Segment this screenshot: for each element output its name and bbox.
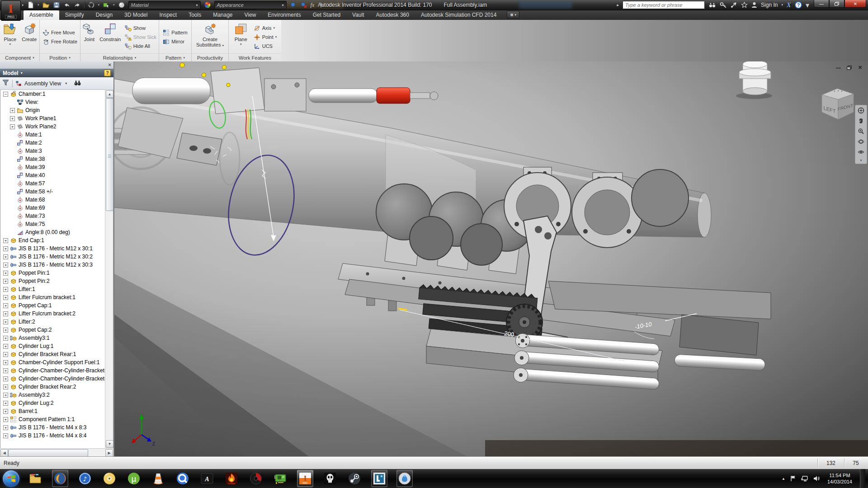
tray-expand-icon[interactable]: ▲ [782,477,785,481]
taskbar-vlc-icon[interactable] [151,470,166,487]
expand-toggle-icon[interactable]: + [3,360,8,365]
tree-item[interactable]: +JIS B 1176 - Metric M12 x 30:3 [0,261,105,269]
joint-button[interactable]: Joint [81,21,98,53]
expand-toggle-icon[interactable]: + [3,401,8,406]
show-sick-button[interactable]: Show Sick [123,33,158,42]
horizontal-scrollbar-thumb[interactable] [8,449,88,457]
tree-item[interactable]: Mate:40 [0,171,105,179]
sign-in-button[interactable]: Sign In [761,2,778,8]
action-center-flag-icon[interactable] [790,475,796,482]
taskbar-firefox-icon[interactable] [52,470,68,487]
tree-item[interactable]: +Lifter:2 [0,318,105,326]
search-binoculars-icon[interactable] [708,2,716,8]
create-button[interactable]: Create [20,21,39,53]
expand-toggle-icon[interactable]: + [3,385,8,389]
expand-toggle-icon[interactable]: + [3,344,8,349]
tree-item[interactable]: +Assembly3:2 [0,391,105,399]
sign-in-dropdown[interactable]: ▾ [781,3,783,7]
filter-icon[interactable] [2,80,9,88]
parameters-fx-icon[interactable]: fx [311,2,315,9]
appearance-wheel-icon[interactable] [204,1,211,9]
tree-horizontal-scrollbar[interactable]: ◀ ▶ [0,448,113,456]
tree-vertical-scrollbar[interactable]: ▲ ▼ [105,90,113,448]
subscription-key-icon[interactable] [720,2,727,8]
expand-toggle-icon[interactable]: + [3,409,8,414]
new-file-dropdown[interactable]: ▾ [38,3,39,7]
axis-dropdown[interactable]: ▾ [273,26,275,30]
update-dropdown[interactable]: ▾ [98,3,100,7]
tree-item[interactable]: +Component Pattern 1:1 [0,415,105,423]
browser-find-icon[interactable] [74,80,81,88]
tree-item[interactable]: +Origin [0,106,105,114]
tree-item[interactable]: +JIS B 1176 - Metric M12 x 30:2 [0,253,105,261]
navbar-options-dropdown[interactable]: ▾ [860,159,862,162]
pattern-button[interactable]: Pattern [161,28,189,37]
panel-label-component[interactable]: Component▾ [0,53,39,61]
tree-item[interactable]: +Cylinder-Chamber-Cylinder-Bracket-Fu [0,375,105,383]
appearance-combo[interactable]: Appearance▾ [214,1,287,9]
tree-item[interactable]: +Poppet Pin:2 [0,277,105,285]
expand-toggle-icon[interactable]: + [10,108,15,113]
tree-item[interactable]: +Poppet Cap:2 [0,326,105,334]
help-icon[interactable]: ? [795,1,802,9]
taskbar-ghosts-icon[interactable] [322,470,338,487]
browser-header-dropdown[interactable]: ▾ [21,71,23,75]
taskbar-explorer-icon[interactable] [28,470,43,487]
redo-icon[interactable] [74,1,81,9]
tree-item[interactable]: +JIS B 1176 - Metric M4 x 8:3 [0,423,105,432]
orbit-icon[interactable] [857,138,865,145]
tree-item[interactable]: +Poppet Pin:1 [0,269,105,277]
application-menu-arrow[interactable]: ▾ [22,3,24,7]
tree-item[interactable]: Mate:75 [0,220,105,228]
browser-header[interactable]: Model▾ ? [0,69,113,77]
scroll-right-arrow[interactable]: ▶ [105,449,113,457]
expand-toggle-icon[interactable]: + [3,311,8,316]
constrain-button[interactable]: Constrain [99,21,122,53]
tab-design[interactable]: Design [90,10,118,20]
search-expand-arrow[interactable]: ▸ [617,3,619,7]
tree-item[interactable]: Mate:2 [0,139,105,147]
expand-toggle-icon[interactable]: + [10,116,15,121]
tree-item[interactable]: Mate:3 [0,147,105,155]
tab-manage[interactable]: Manage [207,10,238,20]
expand-toggle-icon[interactable]: + [3,352,8,357]
start-button[interactable] [3,470,19,487]
plane-dropdown-arrow[interactable]: ▾ [240,42,242,46]
expand-toggle-icon[interactable]: + [3,238,8,243]
expand-toggle-icon[interactable]: + [3,246,8,251]
network-icon[interactable] [801,475,808,482]
expand-toggle-icon[interactable]: + [10,124,15,129]
tree-item[interactable]: Angle:8 (0.00 deg) [0,228,105,236]
browser-help-icon[interactable]: ? [104,70,111,76]
place-dropdown-arrow[interactable]: ▾ [9,42,11,46]
select-icon[interactable] [103,1,110,9]
axis-button[interactable]: Axis▾ [252,24,279,33]
show-desktop-button[interactable] [860,469,865,488]
free-rotate-button[interactable]: Free Rotate [41,38,79,46]
point-dropdown[interactable]: ▾ [275,35,277,39]
update-icon[interactable] [88,1,95,9]
minimize-button[interactable]: — [814,0,829,8]
assembly-view-selector[interactable]: Assembly View ▾ [16,80,67,87]
material-combo[interactable]: Material▾ [128,1,201,9]
expand-toggle-icon[interactable]: + [3,393,8,398]
cylinder-drum-front[interactable] [461,224,502,265]
close-button[interactable]: ✕ [844,0,866,8]
tab-assemble[interactable]: Assemble [24,10,59,20]
expand-toggle-icon[interactable]: − [3,92,8,97]
red-piston[interactable] [377,88,410,103]
tree-item[interactable]: +Work Plane1 [0,114,105,122]
expand-toggle-icon[interactable]: + [3,271,8,276]
expand-toggle-icon[interactable]: + [3,287,8,292]
tree-item[interactable]: +Cylinder Bracket Rear:1 [0,350,105,358]
tree-item[interactable]: +Barrel:1 [0,407,105,415]
navigation-wheel-icon[interactable] [857,107,865,114]
assembly-view-dropdown[interactable]: ▾ [65,81,67,85]
tab-simplify[interactable]: Simplify [59,10,90,20]
scroll-down-arrow[interactable]: ▼ [106,440,113,448]
expand-toggle-icon[interactable]: + [3,295,8,300]
tree-item[interactable]: +Cylinder-Chamber-Cylinder-Bracket-Fu [0,366,105,375]
browser-close-icon[interactable]: ✕ [108,63,112,67]
qat-customize-dropdown[interactable]: ▾ [328,3,330,7]
tree-item[interactable]: +Lifter:1 [0,285,105,293]
